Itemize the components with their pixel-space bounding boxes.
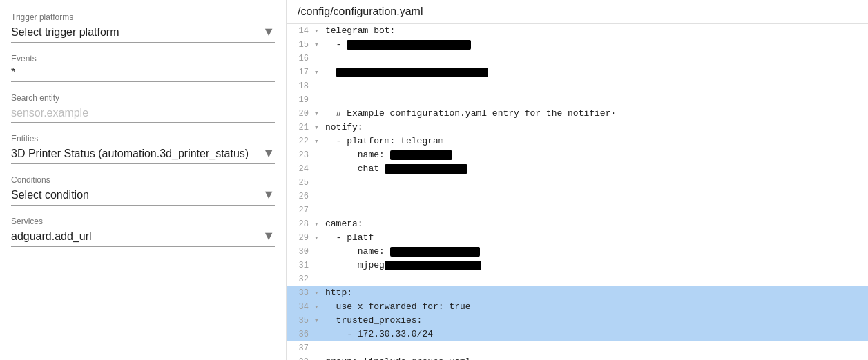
table-row: 22▾ - platform: telegram (287, 134, 868, 148)
line-arrow-icon (314, 190, 324, 203)
line-content: name: (324, 245, 868, 259)
line-arrow-icon (314, 162, 324, 176)
conditions-label: Conditions (11, 175, 275, 185)
line-arrow-icon: ▾ (314, 66, 324, 79)
line-arrow-icon (314, 93, 324, 107)
trigger-platform-select[interactable]: Select trigger platform ▼ (11, 25, 275, 43)
table-row: 19 (287, 93, 868, 107)
table-row: 26 (287, 190, 868, 203)
line-content: - 172.30.33.0/24 (324, 328, 868, 341)
line-content (324, 93, 868, 107)
trigger-platforms-group: Trigger platforms Select trigger platfor… (11, 7, 275, 43)
conditions-group: Conditions Select condition ▼ (11, 170, 275, 206)
line-arrow-icon (314, 259, 324, 272)
line-arrow-icon: ▾ (314, 134, 324, 148)
table-row: 34▾ use_x_forwarded_for: true (287, 300, 868, 314)
line-arrow-icon (314, 341, 324, 355)
line-number: 24 (287, 162, 314, 176)
line-arrow-icon: ▾ (314, 231, 324, 245)
line-number: 14 (287, 24, 314, 38)
line-number: 22 (287, 134, 314, 148)
table-row: 38▾group: !include groups.yaml (287, 355, 868, 360)
line-content (324, 203, 868, 217)
services-value: adguard.add_url (11, 230, 92, 243)
code-area[interactable]: 14▾telegram_bot:15▾ - 1617▾ 181920▾ # Ex… (287, 24, 868, 360)
line-number: 28 (287, 217, 314, 231)
line-number: 33 (287, 286, 314, 300)
line-content: camera: (324, 217, 868, 231)
line-content: trusted_proxies: (324, 314, 868, 328)
table-row: 35▾ trusted_proxies: (287, 314, 868, 328)
line-content: - platf (324, 231, 868, 245)
line-arrow-icon: ▾ (314, 24, 324, 38)
line-content (324, 190, 868, 203)
line-arrow-icon: ▾ (314, 217, 324, 231)
table-row: 23 name: (287, 148, 868, 162)
entities-arrow-icon: ▼ (262, 146, 275, 161)
events-group: Events * (11, 48, 275, 82)
line-content (324, 52, 868, 66)
line-arrow-icon (314, 176, 324, 190)
line-content: - (324, 38, 868, 52)
line-number: 16 (287, 52, 314, 66)
events-value: * (11, 66, 275, 82)
line-number: 19 (287, 93, 314, 107)
table-row: 21▾notify: (287, 121, 868, 134)
line-content: http: (324, 286, 868, 300)
line-number: 17 (287, 66, 314, 79)
line-arrow-icon: ▾ (314, 121, 324, 134)
line-number: 30 (287, 245, 314, 259)
line-content (324, 176, 868, 190)
line-number: 15 (287, 38, 314, 52)
line-content: - platform: telegram (324, 134, 868, 148)
search-entity-label: Search entity (11, 93, 275, 103)
entities-select[interactable]: 3D Printer Status (automation.3d_printer… (11, 146, 275, 164)
services-label: Services (11, 217, 275, 226)
table-row: 27 (287, 203, 868, 217)
line-content (324, 79, 868, 93)
search-entity-group: Search entity (11, 88, 275, 123)
table-row: 16 (287, 52, 868, 66)
table-row: 15▾ - (287, 38, 868, 52)
line-arrow-icon: ▾ (314, 107, 324, 121)
table-row: 18 (287, 79, 868, 93)
events-label: Events (11, 54, 275, 63)
entities-label: Entities (11, 134, 275, 143)
line-content: mjpeg (324, 259, 868, 272)
line-arrow-icon: ▾ (314, 286, 324, 300)
line-arrow-icon (314, 245, 324, 259)
line-content: chat_ (324, 162, 868, 176)
line-number: 38 (287, 355, 314, 360)
entities-group: Entities 3D Printer Status (automation.3… (11, 128, 275, 164)
line-arrow-icon: ▾ (314, 314, 324, 328)
table-row: 31 mjpeg (287, 259, 868, 272)
line-number: 31 (287, 259, 314, 272)
table-row: 33▾http: (287, 286, 868, 300)
services-select[interactable]: adguard.add_url ▼ (11, 229, 275, 247)
table-row: 24 chat_ (287, 162, 868, 176)
line-arrow-icon (314, 52, 324, 66)
line-content (324, 66, 868, 79)
table-row: 17▾ (287, 66, 868, 79)
line-content (324, 272, 868, 286)
line-arrow-icon: ▾ (314, 38, 324, 52)
line-content: notify: (324, 121, 868, 134)
search-entity-input[interactable] (11, 106, 275, 123)
line-number: 29 (287, 231, 314, 245)
line-number: 21 (287, 121, 314, 134)
trigger-platform-arrow-icon: ▼ (262, 25, 275, 39)
conditions-select[interactable]: Select condition ▼ (11, 188, 275, 206)
line-number: 20 (287, 107, 314, 121)
line-content: name: (324, 148, 868, 162)
line-content: # Example configuration.yaml entry for t… (324, 107, 868, 121)
trigger-platform-value: Select trigger platform (11, 26, 119, 39)
table-row: 37 (287, 341, 868, 355)
line-arrow-icon (314, 328, 324, 341)
table-row: 25 (287, 176, 868, 190)
line-content: telegram_bot: (324, 24, 868, 38)
table-row: 20▾ # Example configuration.yaml entry f… (287, 107, 868, 121)
line-content: group: !include groups.yaml (324, 355, 868, 360)
line-arrow-icon (314, 272, 324, 286)
services-arrow-icon: ▼ (262, 229, 275, 243)
entities-value: 3D Printer Status (automation.3d_printer… (11, 148, 249, 160)
